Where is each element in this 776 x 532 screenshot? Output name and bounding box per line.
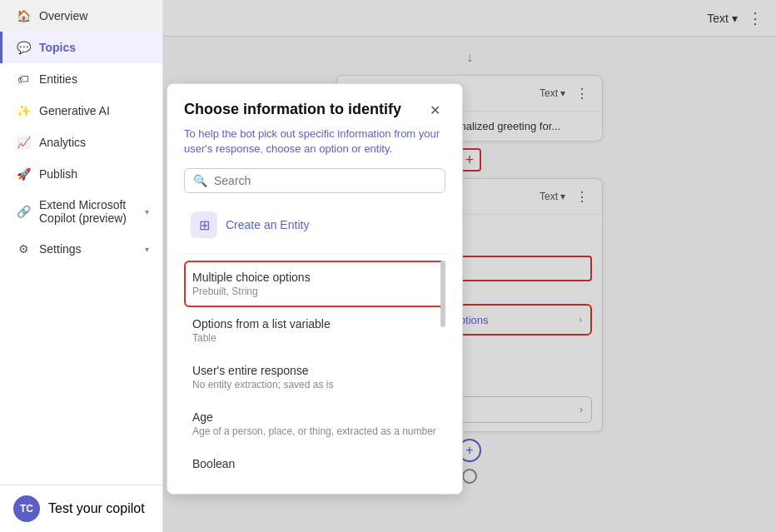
modal-item-sub-users-entire-response: No entity extraction; saved as is [192, 379, 437, 390]
extend-icon: 🔗 [16, 204, 31, 219]
sidebar-item-publish[interactable]: 🚀 Publish [0, 158, 162, 190]
modal-scrollbar[interactable] [440, 261, 445, 327]
topics-icon: 💬 [16, 40, 31, 55]
create-entity-label: Create an Entity [226, 218, 309, 231]
sidebar-item-analytics[interactable]: 📈 Analytics [0, 127, 162, 158]
modal-divider [184, 253, 445, 254]
sidebar-label-settings: Settings [39, 242, 82, 256]
sidebar-label-entities: Entities [39, 72, 77, 86]
search-icon: 🔍 [193, 174, 207, 187]
entity-icon: ⊞ [191, 211, 217, 238]
sidebar: 🏠 Overview 💬 Topics 🏷 Entities ✨ Generat… [0, 0, 163, 532]
analytics-icon: 📈 [16, 135, 31, 150]
modal-header: Choose information to identify ✕ [184, 101, 445, 120]
modal-search: 🔍 [184, 168, 445, 193]
sidebar-label-extend: Extend Microsoft Copilot (preview) [39, 198, 137, 225]
sidebar-label-generative-ai: Generative AI [39, 104, 110, 117]
create-entity-button[interactable]: ⊞ Create an Entity [184, 203, 445, 246]
sidebar-item-topics[interactable]: 💬 Topics [0, 32, 162, 63]
sidebar-item-extend[interactable]: 🔗 Extend Microsoft Copilot (preview) ▾ [0, 190, 162, 233]
sidebar-item-overview[interactable]: 🏠 Overview [0, 0, 162, 32]
modal-title: Choose information to identify [184, 101, 425, 118]
modal-item-title-multiple-choice: Multiple choice options [192, 271, 437, 284]
sidebar-item-settings[interactable]: ⚙ Settings ▾ [0, 233, 162, 265]
sidebar-label-overview: Overview [39, 9, 87, 22]
sidebar-item-generative-ai[interactable]: ✨ Generative AI [0, 95, 162, 127]
generative-ai-icon: ✨ [16, 103, 31, 118]
test-copilot-label: Test your copilot [48, 501, 145, 516]
modal-item-title-age: Age [192, 410, 437, 424]
modal-item-options-from-variable[interactable]: Options from a list variable Table [184, 307, 445, 354]
modal-item-users-entire-response[interactable]: User's entire response No entity extract… [184, 354, 445, 400]
avatar: TC [13, 495, 40, 522]
overview-icon: 🏠 [16, 8, 31, 23]
modal-item-title-boolean: Boolean [192, 457, 437, 470]
sidebar-label-publish: Publish [39, 167, 77, 181]
modal-item-sub-options-from-variable: Table [192, 332, 437, 344]
modal-subtitle: To help the bot pick out specific inform… [184, 127, 445, 157]
settings-icon: ⚙ [16, 241, 31, 256]
main-canvas: Text ▾ ⋮ ↓ ? Message Text ▾ ⋮ Hello! I'l… [163, 0, 776, 532]
modal-overlay: Choose information to identify ✕ To help… [163, 0, 776, 532]
sidebar-item-entities[interactable]: 🏷 Entities [0, 63, 162, 95]
modal-item-age[interactable]: Age Age of a person, place, or thing, ex… [184, 400, 445, 447]
publish-icon: 🚀 [16, 167, 31, 181]
modal-item-title-options-from-variable: Options from a list variable [192, 317, 437, 331]
modal-item-sub-multiple-choice: Prebuilt, String [192, 286, 437, 297]
sidebar-label-analytics: Analytics [39, 136, 86, 149]
sidebar-label-topics: Topics [39, 41, 76, 54]
search-input[interactable] [214, 174, 436, 187]
modal-item-title-users-entire-response: User's entire response [192, 364, 437, 377]
modal-close-button[interactable]: ✕ [425, 101, 445, 120]
test-copilot-button[interactable]: TC Test your copilot [0, 485, 162, 532]
chevron-settings-icon: ▾ [145, 245, 149, 254]
modal-item-sub-age: Age of a person, place, or thing, extrac… [192, 425, 437, 437]
choose-entity-modal: Choose information to identify ✕ To help… [167, 83, 463, 495]
modal-list: Multiple choice options Prebuilt, String… [184, 261, 445, 477]
chevron-extend-icon: ▾ [145, 207, 149, 216]
modal-item-boolean[interactable]: Boolean [184, 447, 445, 477]
modal-item-multiple-choice[interactable]: Multiple choice options Prebuilt, String [184, 261, 445, 307]
entities-icon: 🏷 [16, 72, 31, 87]
